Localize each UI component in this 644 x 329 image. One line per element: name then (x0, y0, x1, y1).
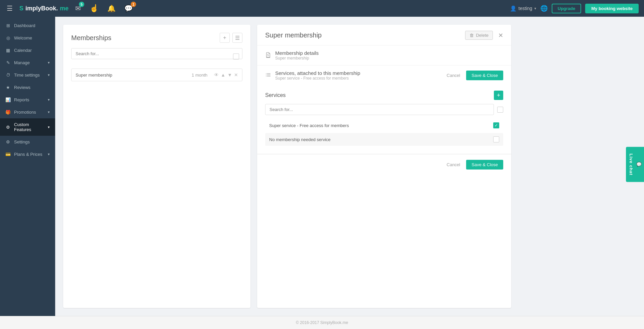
panel-actions: + ☰ (220, 33, 242, 43)
bottom-save-button[interactable]: Save & Close (466, 160, 503, 170)
search-checkbox[interactable] (233, 53, 239, 60)
services-search-input[interactable] (265, 104, 494, 115)
sidebar-item-calendar[interactable]: ▦ Calendar (0, 44, 55, 57)
membership-name: Super membership (76, 73, 188, 78)
dashboard-icon: ⊞ (5, 23, 11, 28)
trash-icon: 🗑 (469, 33, 474, 38)
layout: ⊞ Dashboard ◎ Welcome ▦ Calendar ✎ Manag… (0, 17, 644, 316)
sidebar-item-welcome[interactable]: ◎ Welcome (0, 32, 55, 44)
right-panel: Super membership 🗑 Delete ✕ (257, 25, 511, 308)
logo-me: me (60, 5, 69, 12)
welcome-icon: ◎ (5, 35, 11, 40)
right-panel-actions: 🗑 Delete ✕ (465, 31, 503, 40)
services-title: Services (265, 92, 286, 98)
plans-prices-icon: 💳 (5, 152, 11, 157)
sidebar-item-reports[interactable]: 📊 Reports ▾ (0, 94, 55, 106)
booking-website-button[interactable]: My booking website (585, 4, 639, 13)
services-attached-subtitle: Super service - Free access for members (275, 76, 360, 81)
time-settings-icon: ⏱ (5, 73, 11, 78)
tasks-badge: 1 (131, 2, 136, 7)
list-view-button[interactable]: ☰ (232, 33, 242, 43)
service-item-1: Super service - Free access for members … (265, 119, 503, 132)
sidebar-item-time-settings[interactable]: ⏱ Time settings ▾ (0, 69, 55, 81)
sidebar-item-dashboard[interactable]: ⊞ Dashboard (0, 19, 55, 32)
reports-icon: 📊 (5, 97, 11, 102)
services-attached-section: Services, attached to this membership Su… (257, 66, 511, 154)
add-membership-button[interactable]: + (220, 33, 230, 43)
live-chat-icon: 💬 (636, 161, 641, 167)
sidebar-item-manage[interactable]: ✎ Manage ▾ (0, 57, 55, 69)
memberships-title: Memberships (71, 34, 111, 42)
service-checkbox-2[interactable] (493, 136, 499, 142)
membership-row: Super membership 1 month 👁 ▲ ▼ ✕ (71, 69, 242, 81)
sidebar-label-manage: Manage (14, 60, 30, 65)
services-header: Services + (265, 91, 503, 100)
doc-icon (265, 52, 271, 59)
membership-view-button[interactable]: 👁 (214, 72, 219, 78)
notifications-button[interactable]: 🔔 (106, 3, 117, 14)
sidebar-item-settings[interactable]: ⚙ Settings (0, 136, 55, 148)
services-attached-header[interactable]: Services, attached to this membership Su… (257, 66, 511, 85)
services-body: Services + Super service - Free access f… (257, 85, 511, 154)
add-service-button[interactable]: + (494, 91, 503, 100)
sidebar: ⊞ Dashboard ◎ Welcome ▦ Calendar ✎ Manag… (0, 17, 55, 316)
user-info[interactable]: 👤 testing ▾ (510, 5, 536, 12)
hamburger-menu-button[interactable]: ☰ (5, 3, 14, 14)
sidebar-label-plans-prices: Plans & Prices (14, 152, 42, 157)
messages-button[interactable]: ✉ 5 (74, 3, 82, 14)
sidebar-label-welcome: Welcome (14, 35, 32, 40)
topnav-icons: ✉ 5 ☝ 🔔 💬 1 (74, 3, 134, 14)
promotions-chevron: ▾ (48, 110, 50, 114)
promotions-icon: 🎁 (5, 110, 11, 115)
right-panel-header: Super membership 🗑 Delete ✕ (257, 25, 511, 45)
service-checkbox-1[interactable]: ✓ (493, 122, 499, 128)
reports-chevron: ▾ (48, 98, 50, 102)
sidebar-item-reviews[interactable]: ★ Reviews (0, 81, 55, 94)
delete-label: Delete (476, 33, 489, 38)
bottom-cancel-button[interactable]: Cancel (443, 160, 463, 169)
custom-features-icon: ⚙ (5, 125, 11, 130)
membership-delete-button[interactable]: ✕ (234, 72, 238, 78)
globe-button[interactable]: 🌐 (540, 5, 548, 12)
membership-row-icons: 👁 ▲ ▼ ✕ (214, 72, 238, 78)
membership-down-button[interactable]: ▼ (227, 72, 232, 78)
sidebar-label-calendar: Calendar (14, 48, 32, 53)
services-attached-title: Services, attached to this membership (275, 70, 360, 76)
list-icon (265, 72, 271, 79)
service-name-2: No membership needed service (269, 137, 490, 142)
membership-duration: 1 month (192, 73, 207, 78)
right-panel-title: Super membership (265, 31, 322, 39)
sidebar-item-promotions[interactable]: 🎁 Promotions ▾ (0, 106, 55, 118)
services-cancel-top-button[interactable]: Cancel (443, 71, 463, 80)
services-save-top-button[interactable]: Save & Close (466, 71, 503, 80)
services-search-checkbox[interactable] (497, 107, 503, 113)
tasks-button[interactable]: 💬 1 (123, 3, 134, 14)
main-content: Memberships + ☰ Super membership 1 month… (55, 17, 644, 316)
memberships-search-input[interactable] (71, 48, 242, 59)
sidebar-label-settings: Settings (14, 139, 30, 144)
topnav-right: 👤 testing ▾ 🌐 Upgrade My booking website (510, 4, 639, 13)
footer: © 2016-2017 SimplyBook.me (0, 316, 644, 329)
sidebar-item-plans-prices[interactable]: 💳 Plans & Prices ▾ (0, 148, 55, 160)
memberships-panel: Memberships + ☰ Super membership 1 month… (63, 25, 250, 308)
membership-details-header[interactable]: Membership details Super membership (257, 45, 511, 65)
service-name-1: Super service - Free access for members (269, 123, 490, 128)
user-name: testing (519, 6, 532, 11)
cursor-button[interactable]: ☝ (88, 3, 100, 14)
membership-details-text: Membership details Super membership (275, 50, 319, 61)
services-search-row (265, 104, 503, 115)
live-chat-button[interactable]: 💬 Live chat (626, 147, 644, 182)
membership-details-section: Membership details Super membership (257, 45, 511, 66)
right-panel-close-button[interactable]: ✕ (498, 32, 503, 39)
user-dropdown-icon: ▾ (534, 6, 536, 11)
reviews-icon: ★ (5, 85, 11, 90)
calendar-icon: ▦ (5, 48, 11, 53)
delete-button[interactable]: 🗑 Delete (465, 31, 493, 40)
bottom-actions: Cancel Save & Close (257, 154, 511, 175)
membership-up-button[interactable]: ▲ (221, 72, 225, 78)
time-settings-chevron: ▾ (48, 73, 50, 77)
sidebar-item-custom-features[interactable]: ⚙ Custom Features ▾ (0, 118, 55, 136)
sidebar-label-reviews: Reviews (14, 85, 30, 90)
logo-s: S (19, 5, 23, 12)
upgrade-button[interactable]: Upgrade (552, 4, 581, 13)
